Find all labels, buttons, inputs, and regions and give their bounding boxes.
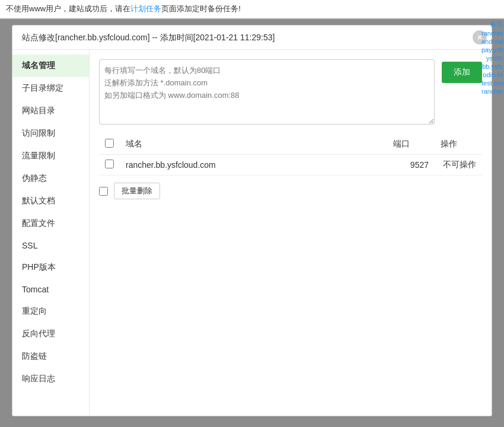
sidebar-item-14[interactable]: 响应日志	[12, 368, 89, 390]
col-action: 操作	[435, 134, 482, 155]
sidebar-item-1[interactable]: 子目录绑定	[12, 77, 89, 100]
domain-input-row: 添加	[99, 59, 482, 125]
right-bg-item: rancher	[480, 87, 504, 95]
right-bg-item: ysfclo	[480, 54, 504, 62]
sidebar-item-3[interactable]: 访问限制	[12, 122, 89, 145]
notice-text2: 页面添加定时备份任务!	[161, 4, 241, 13]
sidebar-item-12[interactable]: 反向代理	[12, 323, 89, 345]
batch-row: 批量删除	[99, 183, 482, 199]
col-checkbox	[99, 134, 120, 155]
right-bg-item: odin-ht	[480, 71, 504, 79]
modal-body: 域名管理子目录绑定网站目录访问限制流量限制伪静态默认文档配置文件SSLPHP版本…	[12, 50, 492, 416]
domain-name-cell: rancher.bb.ysfcloud.com	[120, 155, 387, 176]
sidebar-item-8[interactable]: SSL	[12, 235, 89, 256]
right-bg-item: bb.ysfc	[480, 62, 504, 71]
modal-header: 站点修改[rancher.bb.ysfcloud.com] -- 添加时间[20…	[12, 26, 492, 50]
notice-text: 不使用www用户，建站成功后，请在	[6, 4, 130, 13]
table-row: rancher.bb.ysfcloud.com9527不可操作	[99, 155, 482, 176]
domain-textarea[interactable]	[99, 59, 435, 125]
modal-overlay: 站点修改[rancher.bb.ysfcloud.com] -- 添加时间[20…	[0, 19, 504, 427]
domain-table: 域名 端口 操作 rancher.bb.ysfcloud.com9527不可操作	[99, 134, 482, 176]
table-header-row: 域名 端口 操作	[99, 134, 482, 155]
sidebar-item-2[interactable]: 网站目录	[12, 100, 89, 122]
right-bg-item: rancher	[480, 29, 504, 37]
batch-delete-button[interactable]: 批量删除	[114, 183, 160, 199]
select-all-checkbox[interactable]	[105, 139, 114, 148]
right-bg-item: test.com	[480, 79, 504, 87]
sidebar-item-11[interactable]: 重定向	[12, 300, 89, 323]
sidebar-item-0[interactable]: 域名管理	[12, 55, 89, 77]
notice-link[interactable]: 计划任务	[130, 4, 161, 13]
sidebar-item-5[interactable]: 伪静态	[12, 167, 89, 190]
right-bg-item: pay.ysfc	[480, 46, 504, 54]
sidebar-item-7[interactable]: 配置文件	[12, 212, 89, 235]
right-bg-list: 备注rancherandroidpay.ysfcysfclobb.ysfcodi…	[480, 19, 504, 95]
sidebar-nav: 域名管理子目录绑定网站目录访问限制流量限制伪静态默认文档配置文件SSLPHP版本…	[12, 50, 90, 416]
sidebar-item-9[interactable]: PHP版本	[12, 256, 89, 279]
right-bg-item: android	[480, 37, 504, 46]
right-bg-item: 备注	[480, 19, 504, 29]
sidebar-item-10[interactable]: Tomcat	[12, 279, 89, 300]
col-domain: 域名	[120, 134, 387, 155]
port-cell: 9527	[387, 155, 435, 176]
top-notice-bar: 不使用www用户，建站成功后，请在计划任务页面添加定时备份任务!	[0, 0, 504, 18]
sidebar-item-13[interactable]: 防盗链	[12, 345, 89, 368]
row-checkbox-0[interactable]	[105, 160, 114, 168]
main-content-area: 添加 域名 端口 操作	[90, 50, 492, 416]
batch-select-checkbox[interactable]	[99, 187, 108, 196]
sidebar-item-6[interactable]: 默认文档	[12, 190, 89, 212]
modal-dialog: 站点修改[rancher.bb.ysfcloud.com] -- 添加时间[20…	[12, 25, 492, 416]
add-domain-button[interactable]: 添加	[442, 62, 482, 83]
sidebar-item-4[interactable]: 流量限制	[12, 145, 89, 167]
modal-title: 站点修改[rancher.bb.ysfcloud.com] -- 添加时间[20…	[22, 33, 275, 42]
action-cell: 不可操作	[435, 155, 482, 176]
col-port: 端口	[387, 134, 435, 155]
